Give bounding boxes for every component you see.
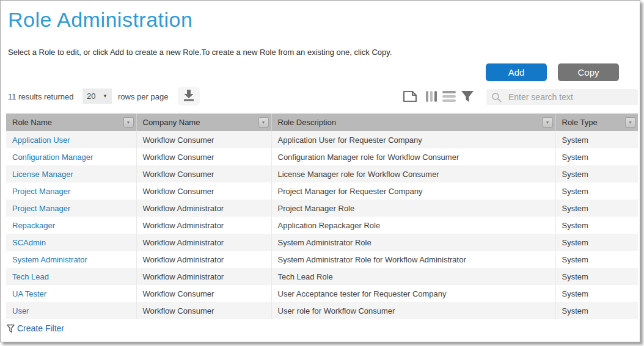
role-description-cell: Project Manager Role	[271, 200, 555, 217]
page-subtitle: Select a Role to edit, or click Add to c…	[8, 48, 392, 57]
results-count-label: 11 results returned	[8, 92, 73, 101]
copy-button[interactable]: Copy	[558, 63, 619, 81]
company-name-cell: Workflow Consumer	[136, 285, 271, 302]
rows-per-page-label: rows per page	[118, 92, 168, 101]
table-header: Role Name▼ Company Name▼ Role Descriptio…	[6, 114, 638, 131]
table-row[interactable]: UA TesterWorkflow ConsumerUser Acceptanc…	[6, 285, 638, 302]
column-header-role-type[interactable]: Role Type▼	[555, 114, 638, 131]
company-name-cell: Workflow Consumer	[136, 182, 271, 200]
rows-per-page-select[interactable]: 20 ▼	[82, 88, 112, 104]
company-name-cell: Workflow Consumer	[136, 131, 271, 148]
role-description-cell: System Administrator Role for Workflow A…	[271, 251, 555, 268]
column-label: Role Type	[562, 118, 598, 127]
row-layout-icon[interactable]	[442, 90, 456, 103]
column-filter-dropdown-icon[interactable]: ▼	[258, 117, 269, 128]
role-type-cell: System	[555, 131, 638, 148]
table-row[interactable]: License ManagerWorkflow ConsumerLicense …	[6, 165, 638, 182]
role-type-cell: System	[555, 200, 638, 217]
table-row[interactable]: Configuration ManagerWorkflow ConsumerCo…	[6, 148, 638, 165]
role-administration-page: Role Administration Select a Role to edi…	[0, 0, 640, 342]
company-name-cell: Workflow Administrator	[136, 200, 271, 217]
column-label: Company Name	[143, 118, 200, 127]
roles-table: Role Name▼ Company Name▼ Role Descriptio…	[6, 114, 638, 319]
role-name-link[interactable]: Project Manager	[12, 187, 70, 196]
role-name-link[interactable]: User	[12, 306, 29, 315]
role-name-link[interactable]: License Manager	[12, 170, 73, 179]
add-button[interactable]: Add	[486, 63, 547, 81]
company-name-cell: Workflow Administrator	[136, 217, 271, 234]
column-header-company-name[interactable]: Company Name▼	[136, 114, 271, 131]
page-title: Role Administration	[8, 8, 192, 32]
table-row[interactable]: Application UserWorkflow ConsumerApplica…	[6, 131, 638, 148]
table-row[interactable]: Project ManagerWorkflow ConsumerProject …	[6, 182, 638, 200]
filter-icon[interactable]	[461, 90, 474, 103]
download-icon	[182, 89, 196, 104]
table-row[interactable]: Tech LeadWorkflow AdministratorTech Lead…	[6, 268, 638, 285]
role-type-cell: System	[555, 148, 638, 165]
role-name-link[interactable]: Configuration Manager	[12, 153, 93, 162]
role-description-cell: System Administrator Role	[271, 234, 555, 251]
role-description-cell: User role for Workflow Consumer	[271, 302, 555, 319]
search-box[interactable]	[486, 89, 638, 105]
role-description-cell: User Acceptance tester for Requester Com…	[271, 285, 555, 302]
role-description-cell: Configuration Manager role for Workflow …	[271, 148, 555, 165]
table-body: Application UserWorkflow ConsumerApplica…	[6, 131, 638, 319]
column-filter-dropdown-icon[interactable]: ▼	[123, 117, 134, 128]
company-name-cell: Workflow Consumer	[136, 165, 271, 182]
company-name-cell: Workflow Administrator	[136, 234, 271, 251]
company-name-cell: Workflow Administrator	[136, 268, 271, 285]
table-row[interactable]: System AdministratorWorkflow Administrat…	[6, 251, 638, 268]
column-label: Role Description	[278, 118, 336, 127]
role-name-link[interactable]: Tech Lead	[12, 272, 49, 281]
table-row[interactable]: Project ManagerWorkflow AdministratorPro…	[6, 200, 638, 217]
role-name-link[interactable]: Repackager	[12, 221, 55, 230]
role-name-link[interactable]: Project Manager	[12, 204, 70, 213]
rows-per-page-value: 20	[87, 92, 95, 101]
table-row[interactable]: UserWorkflow ConsumerUser role for Workf…	[6, 302, 638, 319]
role-type-cell: System	[555, 165, 638, 182]
download-button[interactable]	[178, 87, 200, 106]
export-document-icon[interactable]	[403, 90, 417, 103]
role-type-cell: System	[555, 182, 638, 200]
create-filter-label: Create Filter	[17, 323, 64, 333]
search-input[interactable]	[507, 92, 626, 103]
company-name-cell: Workflow Administrator	[136, 251, 271, 268]
search-icon	[491, 92, 502, 103]
table-row[interactable]: RepackagerWorkflow AdministratorApplicat…	[6, 217, 638, 234]
column-header-role-description[interactable]: Role Description▼	[271, 114, 555, 131]
role-type-cell: System	[555, 285, 638, 302]
role-name-link[interactable]: System Administrator	[12, 255, 87, 264]
table-row[interactable]: SCAdminWorkflow AdministratorSystem Admi…	[6, 234, 638, 251]
create-filter-link[interactable]: Create Filter	[7, 323, 64, 333]
column-label: Role Name	[12, 118, 52, 127]
role-description-cell: Tech Lead Role	[271, 268, 555, 285]
chevron-down-icon: ▼	[103, 93, 108, 99]
column-filter-dropdown-icon[interactable]: ▼	[543, 117, 553, 128]
role-description-cell: Project Manager for Requester Company	[271, 182, 555, 200]
role-name-link[interactable]: SCAdmin	[12, 238, 46, 247]
role-type-cell: System	[555, 217, 638, 234]
role-name-link[interactable]: UA Tester	[12, 289, 46, 298]
company-name-cell: Workflow Consumer	[136, 148, 271, 165]
role-type-cell: System	[555, 268, 638, 285]
role-type-cell: System	[555, 234, 638, 251]
company-name-cell: Workflow Consumer	[136, 302, 271, 319]
role-type-cell: System	[555, 251, 638, 268]
role-name-link[interactable]: Application User	[12, 135, 70, 145]
role-type-cell: System	[555, 302, 638, 319]
role-description-cell: License Manager role for Workflow Consum…	[271, 165, 555, 182]
column-header-role-name[interactable]: Role Name▼	[6, 114, 136, 131]
role-description-cell: Application User for Requester Company	[271, 131, 555, 148]
create-filter-icon	[7, 324, 15, 333]
column-filter-dropdown-icon[interactable]: ▼	[625, 117, 635, 128]
column-chooser-icon[interactable]	[426, 90, 437, 103]
role-description-cell: Application Repackager Role	[271, 217, 555, 234]
